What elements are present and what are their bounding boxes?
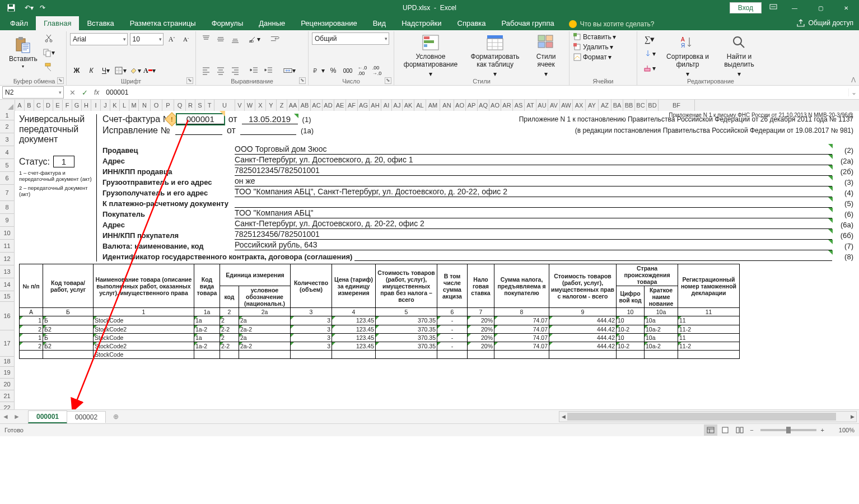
- table-cell[interactable]: 2: [220, 333, 239, 342]
- expand-formula-bar-button[interactable]: ⌄: [848, 88, 859, 96]
- row-header[interactable]: 16: [0, 302, 15, 330]
- column-header[interactable]: AP: [466, 100, 478, 111]
- row-header[interactable]: 6: [0, 172, 15, 185]
- column-header[interactable]: H: [82, 100, 91, 111]
- row-header[interactable]: 12: [0, 253, 15, 265]
- row-header[interactable]: 10: [0, 227, 15, 240]
- dialog-launcher-icon[interactable]: ⬊: [385, 77, 391, 84]
- column-header[interactable]: AH: [370, 100, 381, 111]
- table-cell[interactable]: [437, 350, 468, 358]
- column-header[interactable]: AW: [560, 100, 573, 111]
- align-bottom-button[interactable]: [228, 32, 242, 46]
- ribbon-options-icon[interactable]: [765, 0, 782, 16]
- accounting-format-button[interactable]: ₽▾: [312, 64, 325, 77]
- column-header[interactable]: AO: [489, 100, 501, 111]
- table-cell[interactable]: 10a-2: [645, 325, 678, 333]
- increase-indent-button[interactable]: [262, 64, 276, 77]
- decrease-indent-button[interactable]: [248, 64, 261, 77]
- info-value[interactable]: Санкт-Петербург, ул. Достоевского, д. 20…: [235, 219, 832, 229]
- column-header[interactable]: AT: [525, 100, 536, 111]
- column-header[interactable]: M: [129, 100, 139, 111]
- sheets-next-button[interactable]: ►: [11, 413, 22, 421]
- increase-font-button[interactable]: Aˆ: [166, 32, 178, 46]
- page-break-view-button[interactable]: [733, 424, 746, 436]
- align-center-button[interactable]: [214, 64, 227, 77]
- minimize-button[interactable]: —: [782, 0, 807, 16]
- row-header[interactable]: 2: [0, 120, 15, 133]
- cell-styles-button[interactable]: Стили ячеек▾: [526, 32, 566, 79]
- table-cell[interactable]: -: [437, 325, 468, 333]
- invoice-number-cell[interactable]: 000001: [177, 114, 224, 124]
- column-header[interactable]: I: [91, 100, 101, 111]
- align-top-button[interactable]: [199, 32, 213, 46]
- column-header[interactable]: Q: [174, 100, 186, 111]
- italic-button[interactable]: К: [85, 64, 98, 77]
- align-right-button[interactable]: [228, 64, 242, 77]
- column-header[interactable]: AY: [586, 100, 599, 111]
- table-cell[interactable]: [43, 350, 94, 358]
- table-cell[interactable]: 444.42: [549, 342, 617, 350]
- table-cell[interactable]: 11: [678, 333, 740, 342]
- zoom-slider[interactable]: [760, 429, 816, 431]
- table-row[interactable]: StockCode: [20, 350, 740, 358]
- zoom-level[interactable]: 100%: [830, 427, 855, 433]
- table-cell[interactable]: 11: [678, 316, 740, 325]
- maximize-button[interactable]: ▢: [807, 0, 833, 16]
- table-cell[interactable]: 20%: [468, 342, 494, 350]
- column-header[interactable]: AB: [299, 100, 311, 111]
- table-row[interactable]: 1БStockCode1a22a3123.45370.35-20%74.0744…: [20, 333, 740, 342]
- share-button[interactable]: Общий доступ: [797, 16, 853, 30]
- table-cell[interactable]: 370.35: [376, 342, 437, 350]
- column-header[interactable]: BB: [623, 100, 635, 111]
- sheet-tab-1[interactable]: 000001: [28, 410, 67, 423]
- column-header[interactable]: AU: [536, 100, 548, 111]
- table-cell[interactable]: 444.42: [549, 325, 617, 333]
- table-row[interactable]: 2Б2StockCode21a-22-22a-23123.45370.35-20…: [20, 325, 740, 333]
- tell-me-box[interactable]: Что вы хотите сделать?: [562, 18, 660, 30]
- table-cell[interactable]: 3: [291, 333, 332, 342]
- table-cell[interactable]: 3: [291, 316, 332, 325]
- copy-button[interactable]: ▾: [42, 46, 55, 59]
- column-header[interactable]: AQ: [478, 100, 489, 111]
- table-cell[interactable]: 10: [617, 333, 645, 342]
- font-name-combo[interactable]: Arial: [70, 33, 128, 45]
- table-cell[interactable]: 10-2: [617, 342, 645, 350]
- column-header[interactable]: F: [63, 100, 72, 111]
- table-cell[interactable]: 1a-2: [194, 325, 220, 333]
- table-cell[interactable]: StockCode2: [94, 325, 194, 333]
- table-cell[interactable]: StockCode: [94, 333, 194, 342]
- table-cell[interactable]: StockCode: [94, 316, 194, 325]
- row-header[interactable]: 19: [0, 367, 15, 379]
- table-cell[interactable]: 74.07: [494, 333, 549, 342]
- tab-home[interactable]: Главная: [36, 16, 79, 30]
- cut-button[interactable]: [42, 31, 55, 45]
- info-value[interactable]: Санкт-Петербург, ул. Достоевского, д. 20…: [235, 155, 832, 165]
- info-value[interactable]: ТОО "Компания АБЦ", Санкт-Петербург, ул.…: [235, 187, 832, 197]
- row-header[interactable]: 8: [0, 201, 15, 214]
- info-value[interactable]: он же: [235, 176, 832, 186]
- column-header[interactable]: AN: [440, 100, 454, 111]
- row-header[interactable]: 4: [0, 146, 15, 159]
- column-header[interactable]: AR: [501, 100, 513, 111]
- accept-formula-button[interactable]: ✓: [78, 88, 91, 97]
- tab-data[interactable]: Данные: [251, 16, 293, 30]
- info-value[interactable]: [354, 251, 832, 261]
- table-cell[interactable]: 123.45: [332, 316, 376, 325]
- table-cell[interactable]: [468, 350, 494, 358]
- align-left-button[interactable]: [199, 64, 213, 77]
- table-row[interactable]: 2Б2StockCode21a-22-22a-23123.45370.35-20…: [20, 342, 740, 350]
- column-header[interactable]: C: [34, 100, 44, 111]
- autosum-button[interactable]: ∑▾: [641, 32, 659, 46]
- table-cell[interactable]: Б: [43, 333, 94, 342]
- format-painter-button[interactable]: [42, 60, 55, 74]
- row-header[interactable]: 3: [0, 133, 15, 146]
- table-cell[interactable]: 2: [220, 316, 239, 325]
- status-value[interactable]: 1: [53, 156, 74, 167]
- table-cell[interactable]: 2: [20, 342, 43, 350]
- cancel-formula-button[interactable]: ✕: [66, 88, 78, 97]
- column-header[interactable]: P: [162, 100, 174, 111]
- table-cell[interactable]: 2a: [239, 333, 291, 342]
- table-cell[interactable]: [549, 350, 617, 358]
- column-header[interactable]: N: [139, 100, 151, 111]
- table-cell[interactable]: Б2: [43, 325, 94, 333]
